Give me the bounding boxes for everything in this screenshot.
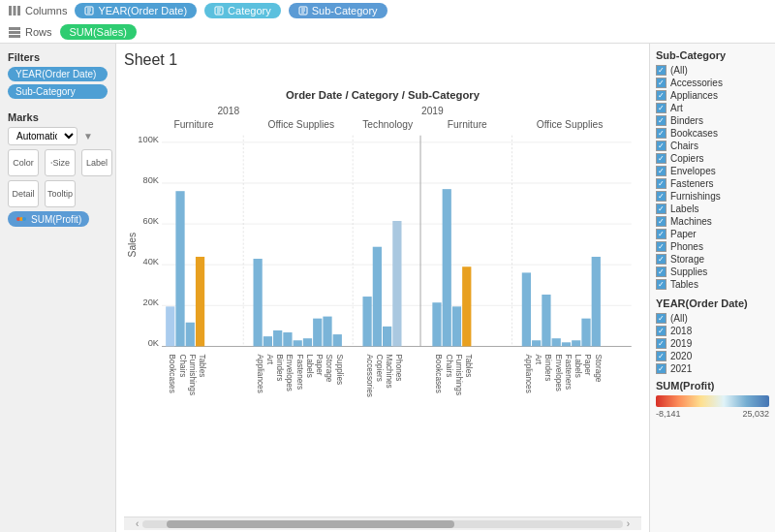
legend-checkbox[interactable]: ✓ [656, 153, 666, 164]
legend-label: (All) [670, 65, 688, 76]
legend-label: Binders [670, 115, 703, 126]
svg-text:Storage: Storage [325, 355, 333, 383]
legend-item[interactable]: ✓Machines [656, 216, 769, 227]
bar-storage-2019[interactable] [592, 257, 601, 346]
bar-furnishings-2019[interactable] [452, 306, 461, 346]
bar-art-2019[interactable] [532, 340, 541, 346]
legend-checkbox[interactable]: ✓ [656, 191, 666, 202]
legend-item[interactable]: ✓Appliances [656, 90, 769, 101]
bar-accessories-2018[interactable] [362, 297, 371, 346]
scroll-left[interactable]: ‹ [132, 518, 142, 529]
bar-paper-2019[interactable] [581, 319, 590, 347]
bar-bookcases-2018[interactable] [166, 306, 174, 346]
legend-item[interactable]: ✓Phones [656, 241, 769, 252]
legend-checkbox[interactable]: ✓ [656, 178, 666, 189]
bar-labels-2019[interactable] [572, 340, 580, 346]
legend-item[interactable]: ✓Fasteners [656, 178, 769, 189]
sum-sales-pill[interactable]: SUM(Sales) [60, 24, 137, 40]
legend-checkbox[interactable]: ✓ [656, 90, 666, 101]
bar-chairs-2018[interactable] [175, 191, 184, 346]
bar-art-2018[interactable] [264, 336, 272, 346]
year-legend-checkbox[interactable]: ✓ [656, 326, 666, 336]
legend-checkbox[interactable]: ✓ [656, 128, 666, 139]
legend-checkbox[interactable]: ✓ [656, 203, 666, 214]
bar-tables-2019[interactable] [462, 266, 471, 346]
year-legend-item[interactable]: ✓2019 [656, 338, 769, 349]
bar-appliances-2019[interactable] [522, 272, 531, 346]
year-legend-checkbox[interactable]: ✓ [656, 313, 666, 324]
legend-item[interactable]: ✓Paper [656, 229, 769, 239]
legend-item[interactable]: ✓Chairs [656, 141, 769, 151]
legend-item[interactable]: ✓Labels [656, 203, 769, 214]
legend-checkbox[interactable]: ✓ [656, 216, 666, 227]
tooltip-btn[interactable]: Tooltip [45, 180, 76, 207]
scrollbar-track[interactable] [142, 520, 622, 528]
legend-item[interactable]: ✓Copiers [656, 153, 769, 164]
year-legend-checkbox[interactable]: ✓ [656, 363, 666, 374]
bar-bookcases-2019[interactable] [432, 302, 441, 346]
year-legend-checkbox[interactable]: ✓ [656, 338, 666, 349]
year-filter[interactable]: YEAR(Order Date) [8, 67, 108, 81]
bar-phones-2018[interactable] [392, 221, 401, 346]
legend-item[interactable]: ✓Furnishings [656, 191, 769, 202]
svg-text:Accessories: Accessories [365, 355, 374, 397]
bar-furnishings-2018[interactable] [186, 323, 195, 347]
svg-text:Furnishings: Furnishings [188, 355, 197, 395]
legend-checkbox[interactable]: ✓ [656, 254, 666, 265]
bar-fasteners-2018[interactable] [294, 340, 302, 346]
year-legend-item[interactable]: ✓2021 [656, 363, 769, 374]
legend-checkbox[interactable]: ✓ [656, 241, 666, 252]
year-legend-item[interactable]: ✓2020 [656, 351, 769, 361]
legend-checkbox[interactable]: ✓ [656, 166, 666, 176]
legend-item[interactable]: ✓(All) [656, 65, 769, 76]
sum-profit-pill[interactable]: SUM(Profit) [8, 211, 89, 227]
year-order-date-pill[interactable]: YEAR(Order Date) [75, 3, 197, 18]
bar-chairs-2019[interactable] [443, 189, 451, 346]
bar-copiers-2018[interactable] [373, 247, 382, 347]
bar-storage-2018[interactable] [323, 317, 331, 347]
category-pill[interactable]: Category [204, 3, 281, 18]
legend-checkbox[interactable]: ✓ [656, 229, 666, 239]
label-btn[interactable]: Label [81, 149, 112, 176]
legend-checkbox[interactable]: ✓ [656, 115, 666, 126]
marks-type-select[interactable]: Automatic [8, 127, 78, 145]
legend-item[interactable]: ✓Tables [656, 279, 769, 290]
legend-item[interactable]: ✓Art [656, 103, 769, 113]
legend-checkbox[interactable]: ✓ [656, 141, 666, 151]
bar-tables-2018[interactable] [196, 257, 204, 346]
bar-envelopes-2018[interactable] [283, 332, 292, 346]
legend-item[interactable]: ✓Bookcases [656, 128, 769, 139]
legend-checkbox[interactable]: ✓ [656, 266, 666, 277]
svg-text:Machines: Machines [385, 355, 393, 389]
size-btn[interactable]: Size [45, 149, 76, 176]
bar-envelopes-2019[interactable] [552, 338, 561, 346]
sub-category-pill[interactable]: Sub-Category [289, 3, 388, 18]
year-legend-item[interactable]: ✓(All) [656, 313, 769, 324]
legend-checkbox[interactable]: ✓ [656, 78, 666, 88]
sub-category-filter[interactable]: Sub-Category [8, 84, 108, 99]
year-legend-checkbox[interactable]: ✓ [656, 351, 666, 361]
bar-fasteners-2019[interactable] [562, 342, 571, 346]
scroll-right[interactable]: › [623, 518, 634, 529]
svg-text:60K: 60K [143, 216, 160, 226]
legend-checkbox[interactable]: ✓ [656, 103, 666, 113]
legend-checkbox[interactable]: ✓ [656, 65, 666, 76]
bar-binders-2018[interactable] [273, 330, 282, 346]
bar-supplies-2018[interactable] [333, 334, 342, 346]
legend-item[interactable]: ✓Envelopes [656, 166, 769, 176]
legend-item[interactable]: ✓Accessories [656, 78, 769, 88]
legend-item[interactable]: ✓Supplies [656, 266, 769, 277]
svg-text:Office Supplies: Office Supplies [267, 120, 334, 131]
legend-item[interactable]: ✓Storage [656, 254, 769, 265]
year-legend-item[interactable]: ✓2018 [656, 326, 769, 336]
bar-machines-2018[interactable] [383, 327, 391, 347]
bar-labels-2018[interactable] [303, 338, 312, 346]
legend-checkbox[interactable]: ✓ [656, 279, 666, 290]
bar-binders-2019[interactable] [542, 295, 550, 346]
bar-appliances-2018[interactable] [254, 259, 263, 346]
detail-btn[interactable]: Detail [8, 180, 39, 207]
color-btn[interactable]: Color [8, 149, 39, 176]
scrollbar-thumb[interactable] [167, 520, 454, 528]
legend-item[interactable]: ✓Binders [656, 115, 769, 126]
bar-paper-2018[interactable] [313, 319, 322, 347]
